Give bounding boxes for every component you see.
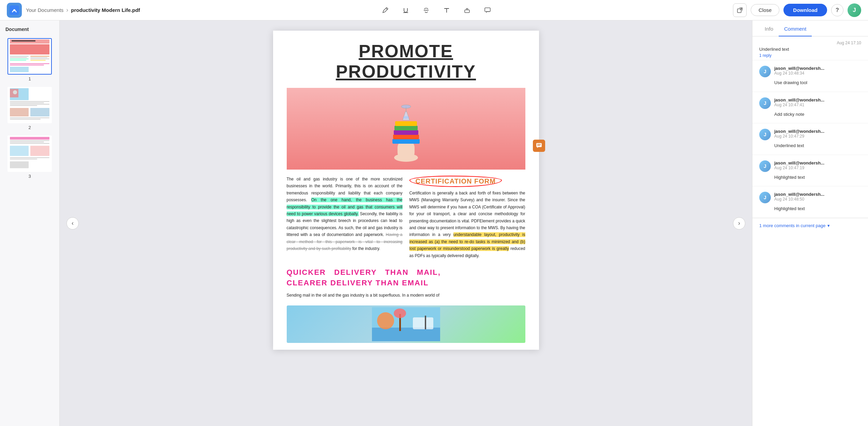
page-thumb-3[interactable]: 3 — [0, 133, 59, 182]
svg-rect-41 — [10, 157, 49, 158]
pdf-left-col: The oil and gas industry is one of the m… — [287, 176, 403, 259]
comment-author-5: jason_will@wondersh... — [774, 192, 861, 197]
svg-rect-26 — [10, 101, 49, 102]
svg-rect-15 — [30, 56, 49, 57]
comment-body-2: Add sticky note — [759, 111, 861, 118]
svg-rect-50 — [393, 135, 419, 139]
svg-rect-32 — [10, 117, 49, 118]
pdf-title: PROMOTE PRODUCTIVITY — [273, 31, 539, 82]
thumb-canvas-3 — [8, 136, 51, 171]
thumb-img-wrap-2 — [8, 87, 52, 123]
page-num-1: 1 — [28, 76, 31, 81]
comment-tool-button[interactable] — [481, 4, 494, 16]
bottom-section: Sending mail in the oil and the gas indu… — [273, 288, 539, 305]
svg-rect-49 — [392, 139, 420, 144]
svg-rect-33 — [10, 119, 41, 120]
comment-time-1: Aug 24 10:48:34 — [774, 71, 861, 76]
svg-rect-21 — [10, 67, 29, 72]
svg-rect-29 — [10, 105, 37, 106]
underline-tool-button[interactable] — [400, 4, 412, 16]
page-num-3: 3 — [28, 174, 31, 179]
comment-float-icon[interactable] — [533, 140, 545, 152]
svg-point-56 — [403, 116, 409, 119]
comment-author-1: jason_will@wondersh... — [774, 66, 861, 71]
panel-content: Aug 24 17:10 Underlined text 1 reply J j… — [752, 36, 868, 426]
svg-rect-38 — [10, 143, 49, 144]
page-thumb-2[interactable]: 2 — [0, 84, 59, 133]
svg-rect-10 — [10, 44, 49, 54]
next-page-button[interactable]: › — [733, 217, 745, 230]
svg-rect-37 — [10, 142, 44, 142]
svg-rect-17 — [30, 59, 49, 59]
external-link-button[interactable] — [733, 3, 747, 17]
breadcrumb: Your Documents › productivity Modern Lif… — [26, 6, 140, 14]
comment-header-1: J jason_will@wondersh... Aug 24 10:48:34 — [759, 66, 861, 77]
svg-rect-39 — [10, 146, 29, 156]
left-para-3: for the industry. — [351, 246, 380, 251]
comment-body-5: Highlighted text — [759, 205, 861, 212]
right-para-1: Certification is generally a back and fo… — [409, 191, 525, 237]
comment-author-4: jason_will@wondersh... — [774, 160, 861, 165]
comment-avatar-3: J — [759, 129, 771, 140]
more-comments-link[interactable]: 1 more comments in current page ▾ — [752, 218, 868, 233]
tab-info[interactable]: Info — [759, 20, 779, 36]
sidebar: Document — [0, 20, 60, 426]
svg-rect-14 — [10, 60, 26, 61]
pdf-left-text: The oil and gas industry is one of the m… — [287, 176, 403, 252]
comment-item-5: J jason_will@wondersh... Aug 24 10:48:50… — [752, 186, 868, 218]
svg-rect-16 — [30, 57, 47, 58]
comment-body-3: Underlined text — [759, 142, 861, 149]
comment-avatar-5: J — [759, 192, 771, 203]
comment-body-1: Use drawing tool — [759, 79, 861, 86]
page-num-2: 2 — [28, 125, 31, 130]
breadcrumb-parent[interactable]: Your Documents — [26, 7, 63, 13]
user-avatar[interactable]: J — [848, 3, 861, 17]
svg-rect-20 — [10, 65, 44, 65]
close-button[interactable]: Close — [751, 4, 779, 16]
pencil-tool-button[interactable] — [379, 4, 391, 16]
help-button[interactable]: ? — [831, 4, 843, 16]
svg-rect-36 — [10, 140, 49, 141]
right-panel: Info Comment Aug 24 17:10 Underlined tex… — [752, 20, 868, 426]
comment-header-3: J jason_will@wondersh... Aug 24 10:47:29 — [759, 129, 861, 140]
svg-rect-58 — [372, 328, 440, 341]
svg-rect-63 — [425, 316, 426, 329]
tab-comment[interactable]: Comment — [779, 20, 812, 36]
eraser-tool-button[interactable] — [461, 4, 473, 16]
document-viewer: ‹ › PROMOTE PRODUCTIVITY — [60, 20, 752, 426]
prev-page-button[interactable]: ‹ — [66, 217, 79, 230]
thumb-canvas-2 — [8, 88, 51, 123]
svg-rect-9 — [12, 40, 35, 42]
svg-rect-62 — [413, 317, 433, 329]
pdf-content: The oil and gas industry is one of the m… — [273, 170, 539, 259]
toolbar-right: Close Download ? J — [733, 3, 861, 17]
svg-rect-35 — [10, 137, 49, 140]
comment-meta-3: jason_will@wondersh... Aug 24 10:47:29 — [774, 129, 861, 139]
comment-avatar-1: J — [759, 66, 771, 77]
comment-time-2: Aug 24 10:47:41 — [774, 102, 861, 107]
comment-header-2: J jason_will@wondersh... Aug 24 10:47:41 — [759, 97, 861, 109]
strikethrough-tool-button[interactable] — [420, 4, 432, 16]
cert-form-title: CERTIFICATION FORM — [416, 177, 496, 185]
comment-time-5: Aug 24 10:48:50 — [774, 197, 861, 202]
more-comments-text: 1 more comments in current page — [759, 223, 825, 228]
cert-form-box: CERTIFICATION FORM — [409, 176, 502, 187]
cert-form-wrapper: CERTIFICATION FORM — [409, 176, 525, 187]
toolbar-tools — [144, 4, 729, 16]
comment-meta-5: jason_will@wondersh... Aug 24 10:48:50 — [774, 192, 861, 202]
pdf-right-col: CERTIFICATION FORM Certification is gene… — [409, 176, 525, 259]
download-button[interactable]: Download — [783, 4, 827, 16]
comment-meta-1: jason_will@wondersh... Aug 24 10:48:34 — [774, 66, 861, 76]
thumb-canvas-1 — [8, 39, 51, 74]
first-comment-reply[interactable]: 1 reply — [759, 53, 861, 58]
comment-meta-2: jason_will@wondersh... Aug 24 10:47:41 — [774, 97, 861, 107]
comment-time-3: Aug 24 10:47:29 — [774, 134, 861, 139]
pdf-hero-image — [287, 88, 525, 170]
svg-rect-30 — [10, 108, 29, 116]
comment-header-4: J jason_will@wondersh... Aug 24 10:47:19 — [759, 160, 861, 172]
text-tool-button[interactable] — [440, 4, 453, 16]
svg-rect-40 — [30, 146, 49, 156]
page-thumb-1[interactable]: 1 — [0, 35, 59, 84]
comment-author-2: jason_will@wondersh... — [774, 97, 861, 102]
sidebar-title: Document — [0, 20, 59, 35]
